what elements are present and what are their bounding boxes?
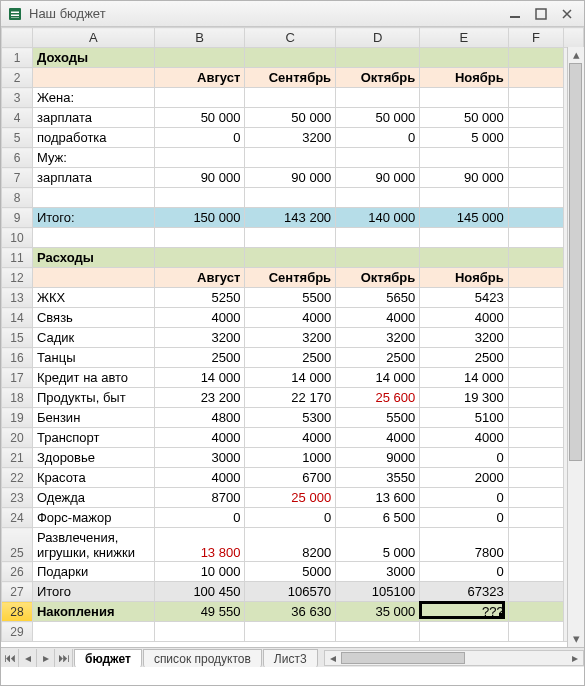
month-header[interactable]: Август	[154, 268, 245, 288]
row-header[interactable]: 27	[2, 582, 33, 602]
row-25[interactable]: 25Развлечения, игрушки, книжки13 8008200…	[2, 528, 584, 562]
row-27[interactable]: 27 Итого 100 450 106570 105100 67323	[2, 582, 584, 602]
savings-label[interactable]: Накопления	[32, 602, 154, 622]
cell[interactable]: 106570	[245, 582, 336, 602]
cell[interactable]: 3200	[245, 128, 336, 148]
row-header[interactable]: 2	[2, 68, 33, 88]
cell[interactable]: 23 200	[154, 388, 245, 408]
row-header[interactable]: 19	[2, 408, 33, 428]
row-15[interactable]: 15Садик3200320032003200	[2, 328, 584, 348]
side-label[interactable]: подработка	[32, 128, 154, 148]
cell[interactable]: 9000	[336, 448, 420, 468]
row-header[interactable]: 6	[2, 148, 33, 168]
income-total-label[interactable]: Итого:	[32, 208, 154, 228]
active-cell[interactable]: ???	[420, 602, 509, 622]
row-21[interactable]: 21Здоровье3000100090000	[2, 448, 584, 468]
expense-label[interactable]: Садик	[32, 328, 154, 348]
row-2[interactable]: 2 Август Сентябрь Октябрь Ноябрь	[2, 68, 584, 88]
row-header[interactable]: 20	[2, 428, 33, 448]
row-23[interactable]: 23Одежда870025 00013 6000	[2, 488, 584, 508]
vertical-scrollbar[interactable]: ▴ ▾	[567, 47, 584, 647]
cell[interactable]: 13 600	[336, 488, 420, 508]
cell[interactable]: 35 000	[336, 602, 420, 622]
row-4[interactable]: 4 зарплата 50 000 50 000 50 000 50 000	[2, 108, 584, 128]
expense-label[interactable]: Форс-мажор	[32, 508, 154, 528]
cell[interactable]: 1000	[245, 448, 336, 468]
cell[interactable]: 4000	[336, 308, 420, 328]
cell[interactable]: 3200	[154, 328, 245, 348]
cell[interactable]: 0	[420, 488, 509, 508]
cell[interactable]: 6700	[245, 468, 336, 488]
row-header[interactable]: 18	[2, 388, 33, 408]
row-29[interactable]: 29	[2, 622, 584, 642]
cell[interactable]: 22 170	[245, 388, 336, 408]
cell[interactable]: 5300	[245, 408, 336, 428]
scroll-thumb[interactable]	[341, 652, 466, 664]
row-24[interactable]: 24Форс-мажор006 5000	[2, 508, 584, 528]
row-header[interactable]: 23	[2, 488, 33, 508]
tab-nav-prev[interactable]: ◂	[19, 649, 37, 667]
cell[interactable]: 0	[245, 508, 336, 528]
row-10[interactable]: 10	[2, 228, 584, 248]
cell[interactable]: 0	[336, 128, 420, 148]
cell[interactable]: 14 000	[245, 368, 336, 388]
expense-total-label[interactable]: Итого	[32, 582, 154, 602]
cell[interactable]: 5000	[245, 562, 336, 582]
cell[interactable]: 8700	[154, 488, 245, 508]
cell[interactable]: 2500	[154, 348, 245, 368]
row-header[interactable]: 21	[2, 448, 33, 468]
expense-label[interactable]: Красота	[32, 468, 154, 488]
cell[interactable]: 4000	[245, 428, 336, 448]
cell[interactable]: 6 500	[336, 508, 420, 528]
row-7[interactable]: 7 зарплата 90 000 90 000 90 000 90 000	[2, 168, 584, 188]
row-1[interactable]: 1 Доходы	[2, 48, 584, 68]
row-header[interactable]: 10	[2, 228, 33, 248]
spreadsheet-grid[interactable]: A B C D E F 1 Доходы 2 Август Сентябрь О…	[1, 27, 584, 642]
cell[interactable]: 145 000	[420, 208, 509, 228]
cell[interactable]: 0	[420, 448, 509, 468]
month-header[interactable]: Сентябрь	[245, 68, 336, 88]
cell[interactable]: 4000	[154, 308, 245, 328]
cell[interactable]: 4000	[420, 428, 509, 448]
tab-nav-next[interactable]: ▸	[37, 649, 55, 667]
horizontal-scrollbar[interactable]: ◂ ▸	[324, 650, 584, 666]
cell[interactable]: 50 000	[336, 108, 420, 128]
row-13[interactable]: 13ЖКХ5250550056505423	[2, 288, 584, 308]
cell[interactable]: 67323	[420, 582, 509, 602]
cell[interactable]: 10 000	[154, 562, 245, 582]
cell[interactable]: 14 000	[154, 368, 245, 388]
cell[interactable]: 4000	[154, 468, 245, 488]
expense-label[interactable]: Здоровье	[32, 448, 154, 468]
cell[interactable]: 2000	[420, 468, 509, 488]
row-11[interactable]: 11 Расходы	[2, 248, 584, 268]
cell[interactable]: 5 000	[336, 528, 420, 562]
select-all-corner[interactable]	[2, 28, 33, 48]
month-header[interactable]: Ноябрь	[420, 68, 509, 88]
sheet-tab[interactable]: бюджет	[74, 649, 142, 667]
cell[interactable]: 90 000	[336, 168, 420, 188]
cell[interactable]: 4000	[336, 428, 420, 448]
row-3[interactable]: 3 Жена:	[2, 88, 584, 108]
cell[interactable]: 2500	[420, 348, 509, 368]
cell[interactable]: 5650	[336, 288, 420, 308]
row-header[interactable]: 4	[2, 108, 33, 128]
cell[interactable]: 5 000	[420, 128, 509, 148]
col-header-D[interactable]: D	[336, 28, 420, 48]
month-header[interactable]: Октябрь	[336, 68, 420, 88]
sheet-tab[interactable]: Лист3	[263, 649, 318, 667]
cell[interactable]: 3200	[336, 328, 420, 348]
row-header[interactable]: 14	[2, 308, 33, 328]
cell[interactable]: 2500	[245, 348, 336, 368]
col-header-F[interactable]: F	[508, 28, 563, 48]
row-9[interactable]: 9 Итого: 150 000 143 200 140 000 145 000	[2, 208, 584, 228]
income-heading[interactable]: Доходы	[32, 48, 154, 68]
expense-label[interactable]: Подарки	[32, 562, 154, 582]
row-header[interactable]: 3	[2, 88, 33, 108]
salary-label[interactable]: зарплата	[32, 108, 154, 128]
cell[interactable]: 4000	[420, 308, 509, 328]
cell[interactable]: 14 000	[336, 368, 420, 388]
cell[interactable]: 0	[420, 562, 509, 582]
expenses-heading[interactable]: Расходы	[32, 248, 154, 268]
col-header-C[interactable]: C	[245, 28, 336, 48]
tab-nav-last[interactable]: ⏭	[55, 649, 73, 667]
